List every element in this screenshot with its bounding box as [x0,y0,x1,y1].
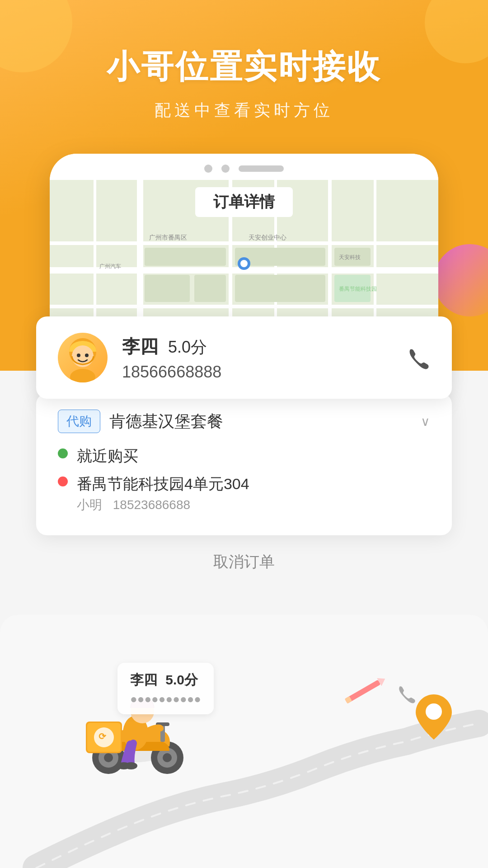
svg-text:⟳: ⟳ [99,731,107,741]
rider-info-card: 李四 5.0分 ●●●●●●●●●● [117,663,214,714]
delivery-dot [58,476,68,486]
location-pin [416,694,452,741]
bottom-scene: ⟳ 李四 5.0分 ●●●●●●●●●● [0,606,488,868]
hero-subtitle: 配送中查看实时方位 [0,99,488,122]
pickup-dot [58,448,68,458]
pickup-item: 就近购买 [58,446,430,467]
svg-point-28 [85,354,89,357]
deliverer-info: 李四 5.0分 18566668888 [122,334,390,382]
svg-text:番禺节能科技园: 番禺节能科技园 [339,286,377,292]
svg-text:广州市番禺区: 广州市番禺区 [149,234,187,241]
pickup-label: 就近购买 [77,446,138,467]
contact-name: 小明 [77,498,102,512]
hero-section: 小哥位置实时接收 配送中查看实时方位 [0,45,488,122]
deliverer-name: 李四 [122,334,158,359]
avatar-svg [58,333,108,382]
deliverer-score: 5.0分 [168,336,207,359]
phone-speaker [239,165,284,172]
call-button[interactable] [405,345,430,370]
deliverer-avatar [58,333,108,382]
order-title: 订单详情 [195,187,293,217]
svg-point-18 [240,260,248,267]
phone-camera [204,165,212,173]
contact-phone: 18523686688 [113,498,190,512]
order-route: 就近购买 番禺节能科技园4单元304 小明 18523686688 [58,446,430,514]
phone-top-bar [50,154,438,180]
order-card: 代购 肯德基汉堡套餐 ∨ 就近购买 番禺节能科技园4单元304 小明 18523… [36,393,452,535]
rider-call-button[interactable] [396,684,416,705]
svg-rect-13 [145,275,190,302]
chevron-down-icon[interactable]: ∨ [421,414,430,429]
svg-text:天安创业中心: 天安创业中心 [249,234,286,241]
svg-point-33 [104,753,113,762]
delivery-address: 番禺节能科技园4单元304 [77,474,249,495]
rider-name: 李四 5.0分 [130,671,201,689]
location-pin-icon [416,694,452,740]
order-tag: 代购 [58,410,100,433]
deliverer-phone: 18566668888 [122,363,390,382]
order-type-row: 代购 肯德基汉堡套餐 ∨ [58,410,430,433]
delivery-item: 番禺节能科技园4单元304 小明 18523686688 [58,474,430,514]
svg-rect-14 [194,275,226,302]
order-name: 肯德基汉堡套餐 [109,410,223,433]
svg-rect-15 [235,275,325,302]
svg-point-47 [426,703,442,720]
contact-info: 小明 18523686688 [77,496,249,514]
rider-phone-placeholder: ●●●●●●●●●● [130,692,201,706]
svg-point-36 [163,753,172,762]
cancel-order-button[interactable]: 取消订单 [213,552,275,572]
svg-text:天安科技: 天安科技 [339,254,361,260]
svg-text:广州汽车: 广州汽车 [99,263,121,269]
phone-sensor [221,165,230,173]
svg-rect-10 [145,248,226,266]
svg-point-46 [125,762,137,769]
phone-call-icon [406,346,429,369]
svg-point-29 [70,369,95,382]
rider-call-icon [396,684,416,703]
deliverer-card: 李四 5.0分 18566668888 [36,316,452,399]
svg-point-27 [77,354,80,357]
hero-title: 小哥位置实时接收 [0,45,488,89]
